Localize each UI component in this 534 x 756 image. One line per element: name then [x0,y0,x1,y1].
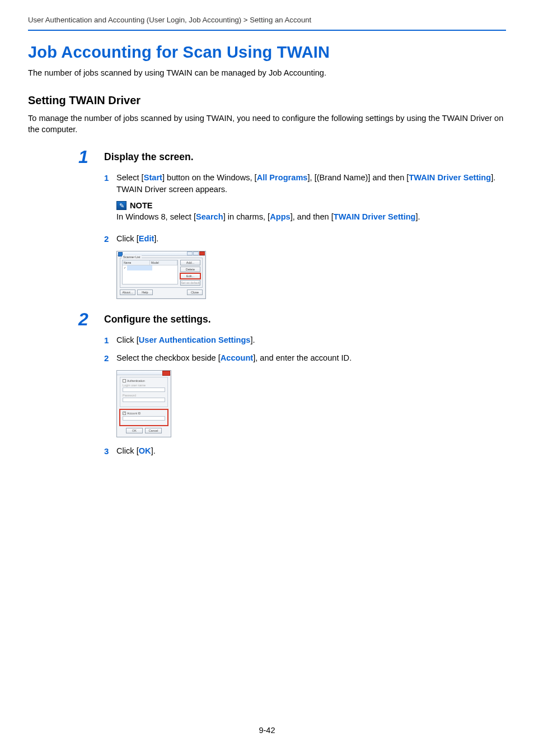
scanner-list-group: Scanner List Name Model ✓ Add... Delet [120,258,203,288]
link-user-auth-settings[interactable]: User Authentication Settings [139,335,251,344]
major-step-1: 1 Display the screen. 1 Select [Start] b… [104,151,506,299]
text: Click [ [116,446,139,455]
scanner-table: Name Model ✓ [122,260,178,284]
text: ]. [250,335,255,344]
note-title: NOTE [130,201,153,210]
maximize-icon [193,251,199,255]
link-account[interactable]: Account [221,353,253,362]
step-title: Display the screen. [104,151,506,163]
text: ]. [416,212,420,221]
text: Click [ [116,335,139,344]
page-number: 9-42 [0,726,534,735]
substep-1-1: 1 Select [Start] button on the Windows, … [104,172,506,195]
auth-settings-screenshot: Authentication Login user name Password … [116,370,171,437]
close-icon [199,251,205,255]
window-titlebar [117,371,171,375]
text: Select the checkbox beside [ [116,353,221,362]
substep-number: 2 [104,352,116,365]
account-group: ✓Account ID [120,409,168,426]
substep-2-3: 3 Click [OK]. [104,445,506,458]
section-para: To manage the number of jobs scanned by … [28,113,506,136]
text: ], [(Brand Name)] and then [ [308,173,409,182]
text: ], and then [ [291,212,334,221]
twain-driver-screenshot: Scanner List Name Model ✓ Add... Delet [116,251,206,299]
link-twain-driver-setting[interactable]: TWAIN Driver Setting [334,212,416,221]
password-input [123,398,165,402]
about-button: About... [120,290,135,295]
account-input [123,416,165,421]
link-search[interactable]: Search [196,212,223,221]
major-step-number: 2 [78,309,88,330]
substep-2-2: 2 Select the checkbox beside [Account], … [104,352,506,365]
account-checkbox: ✓ [123,412,126,415]
ok-button: OK [126,428,143,433]
note-icon [116,201,127,210]
group-label: Scanner List [122,255,142,259]
authentication-group: Authentication Login user name Password [120,377,168,407]
section-heading: Setting TWAIN Driver [28,94,506,107]
text: ], and enter the account ID. [253,353,352,362]
substep-number: 1 [104,172,116,184]
step-title: Configure the settings. [104,314,506,325]
set-default-button: Set as default [180,280,200,286]
delete-button: Delete [180,267,200,272]
link-edit[interactable]: Edit [139,234,154,243]
help-button: Help [137,290,153,295]
login-input [123,388,165,392]
text: ] in charms, [ [223,212,270,221]
note-box: NOTE In Windows 8, select [Search] in ch… [116,201,506,223]
auth-label: Authentication [127,379,145,382]
link-all-programs[interactable]: All Programs [257,173,308,182]
login-label: Login user name [123,384,165,387]
breadcrumb: User Authentication and Accounting (User… [28,16,506,31]
major-step-number: 1 [78,147,88,167]
substep-2-1: 1 Click [User Authentication Settings]. [104,334,506,347]
text: ]. [151,446,156,455]
password-label: Password [123,394,165,397]
edit-button: Edit... [180,273,200,279]
substep-number: 2 [104,233,116,245]
text: Select [ [116,173,144,182]
table-row: ✓ [123,265,177,270]
auth-checkbox [123,379,126,382]
cancel-button: Cancel [145,428,162,433]
text: ]. [154,234,158,243]
col-model: Model [150,260,177,265]
add-button: Add... [180,260,200,265]
link-twain-driver-setting[interactable]: TWAIN Driver Setting [409,173,491,182]
close-button: Close [187,290,203,295]
substep-1-2: 2 Click [Edit]. [104,233,506,245]
text: Click [ [116,234,139,243]
intro-text: The number of jobs scanned by using TWAI… [28,68,506,77]
page-title: Job Accounting for Scan Using TWAIN [28,43,506,62]
link-start[interactable]: Start [144,173,162,182]
major-step-2: 2 Configure the settings. 1 Click [User … [104,314,506,457]
link-ok[interactable]: OK [139,446,151,455]
substep-number: 1 [104,334,116,347]
minimize-icon [187,251,193,255]
link-apps[interactable]: Apps [270,212,290,221]
substep-number: 3 [104,445,116,458]
account-label: Account ID [127,412,140,415]
text: ] button on the Windows, [ [162,173,257,182]
col-name: Name [123,260,150,265]
text: In Windows 8, select [ [116,212,196,221]
